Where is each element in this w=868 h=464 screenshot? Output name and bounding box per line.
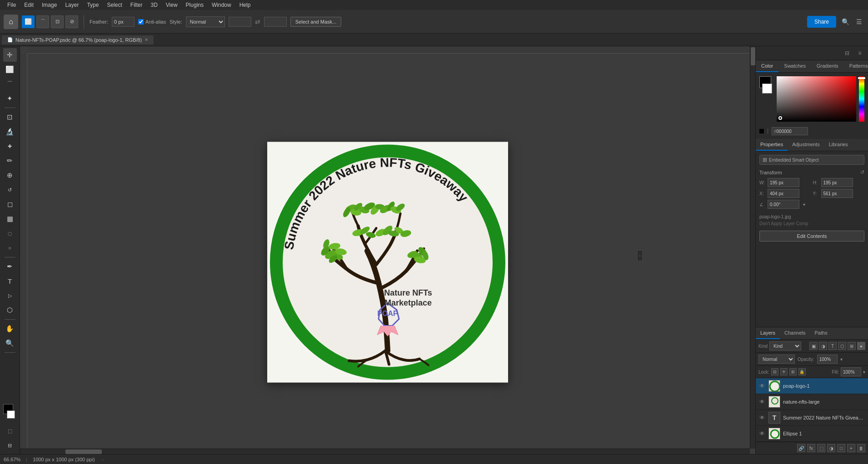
layer-visibility-icon[interactable]: 👁 [758,382,766,390]
menu-layer[interactable]: Layer [61,1,82,9]
shape-tool-left[interactable]: ⬡ [3,303,17,317]
document-tab[interactable]: 📄 Nature-NFTs-POAP.psdc @ 66.7% (poap-lo… [2,35,154,44]
lock-all-btn[interactable]: 🔒 [798,368,806,375]
filter-toggle[interactable]: ● [857,342,865,350]
menu-help[interactable]: Help [236,1,254,9]
tab-layers[interactable]: Layers [756,327,780,339]
transform-reset-icon[interactable]: ↺ [860,169,864,175]
tab-gradients[interactable]: Gradients [811,60,844,72]
type-tool-left[interactable]: T [3,274,17,288]
menu-plugins[interactable]: Plugins [182,1,207,9]
filter-shape-icon[interactable]: ⬡ [838,342,846,350]
menu-type[interactable]: Type [83,1,102,9]
layer-delete-icon[interactable]: 🗑 [857,444,865,452]
layer-item[interactable]: 👁 nature-nfts-large [756,394,868,410]
screen-mode-left[interactable]: ⊟ [3,439,17,452]
canvas-area[interactable]: Summer 2022 Nature NFTs Giveaway [20,46,755,454]
tab-patterns[interactable]: Patterns [844,60,868,72]
menu-window[interactable]: Window [208,1,235,9]
lasso-tool[interactable]: ⌒ [36,15,49,28]
layer-style-icon[interactable]: fx [807,444,815,452]
crop-tool-left[interactable]: ⊡ [3,110,17,124]
properties-icon[interactable]: ☰ [853,16,864,27]
pen-tool-left[interactable]: ✒ [3,260,17,273]
eyedropper-left[interactable]: 🔬 [3,125,17,138]
height-input[interactable] [821,178,853,187]
y-input[interactable] [821,189,853,198]
marquee-tool-left[interactable]: ⬜ [3,63,17,76]
lock-position-btn[interactable]: ✛ [780,368,788,375]
menu-filter[interactable]: Filter [127,1,146,9]
menu-3d[interactable]: 3D [147,1,161,9]
right-panel-collapse[interactable]: › [637,250,643,261]
lock-artboard-btn[interactable]: ⊞ [789,368,797,375]
layer-link-icon[interactable]: 🔗 [797,444,805,452]
dodge-left[interactable]: ○ [3,241,17,255]
layer-visibility-icon[interactable]: 👁 [758,398,766,405]
fill-input[interactable] [841,367,861,376]
tab-adjustments[interactable]: Adjustments [788,139,824,151]
background-swatch[interactable] [762,84,772,94]
measure-tool[interactable]: ⊘ [65,15,78,28]
menu-file[interactable]: File [4,1,20,9]
filter-pixel-icon[interactable]: ▣ [809,342,818,350]
opacity-dropdown[interactable]: ▾ [840,357,843,362]
layer-item[interactable]: 👁 Ellipse 1 [756,426,868,442]
canvas-document[interactable]: Summer 2022 Nature NFTs Giveaway [267,142,508,383]
gradient-left[interactable]: ▦ [3,212,17,226]
layer-fill-icon[interactable]: ◑ [827,444,835,452]
edit-contents-button[interactable]: Edit Contents [759,231,864,242]
history-brush-left[interactable]: ↺ [3,183,17,197]
zoom-tool-left[interactable]: 🔍 [3,336,17,350]
tab-close-icon[interactable]: ✕ [145,37,148,42]
tab-color[interactable]: Color [756,60,778,72]
panel-expand-icon[interactable]: ⊟ [842,48,853,59]
panel-menu-icon[interactable]: ≡ [854,48,865,59]
fill-dropdown[interactable]: ▾ [863,370,865,375]
brush-tool-left[interactable]: ✏ [3,154,17,168]
layer-item[interactable]: 👁 poap-logo-1 [756,378,868,394]
layer-group-icon[interactable]: □ [837,444,845,452]
layer-add-icon[interactable]: + [847,444,855,452]
menu-select[interactable]: Select [103,1,125,9]
scrollbar-horizontal[interactable] [20,449,750,454]
clone-stamp-left[interactable]: ⊕ [3,168,17,182]
heal-tool-left[interactable]: ✚ [3,139,17,153]
select-mask-button[interactable]: Select and Mask... [290,17,342,27]
tab-properties[interactable]: Properties [756,139,788,151]
scrollbar-vertical[interactable] [750,46,755,449]
kind-select[interactable]: Kind [769,341,801,350]
eraser-left[interactable]: ◻ [3,197,17,211]
layer-mask-icon[interactable]: ⬚ [817,444,825,452]
menu-image[interactable]: Image [38,1,60,9]
opacity-input[interactable] [817,355,838,364]
hex-input[interactable]: # 000000 [772,127,808,135]
tab-paths[interactable]: Paths [810,327,832,339]
lock-pixels-btn[interactable]: ⊟ [771,368,778,375]
background-color[interactable] [7,410,15,419]
hue-slider[interactable] [859,76,864,122]
share-button[interactable]: Share [807,16,836,28]
crop-tool[interactable]: ⊡ [51,15,64,28]
feather-input[interactable] [112,17,135,27]
tab-channels[interactable]: Channels [780,327,810,339]
width-input[interactable] [768,178,799,187]
angle-input[interactable] [768,200,799,209]
tab-libraries[interactable]: Libraries [824,139,853,151]
marquee-tool[interactable]: ⬜ [22,15,35,28]
x-input[interactable] [768,189,799,198]
quick-mask-left[interactable]: ⬚ [3,424,17,438]
style-select[interactable]: Normal Fixed Ratio Fixed Size [186,16,225,27]
layer-visibility-icon[interactable]: 👁 [758,414,766,421]
filter-adjustment-icon[interactable]: ◑ [819,342,827,350]
magic-wand-left[interactable]: ✦ [3,92,17,105]
lasso-tool-left[interactable]: ⌒ [3,77,17,91]
status-expand[interactable]: › [102,457,104,462]
hand-tool-left[interactable]: ✋ [3,322,17,336]
swap-icon[interactable]: ⇄ [255,18,260,25]
antialiase-checkbox[interactable] [138,19,144,25]
filter-smartobj-icon[interactable]: ⊞ [848,342,856,350]
search-icon[interactable]: 🔍 [840,16,851,27]
color-gradient-picker[interactable] [777,76,856,122]
home-button[interactable]: ⌂ [4,15,18,29]
